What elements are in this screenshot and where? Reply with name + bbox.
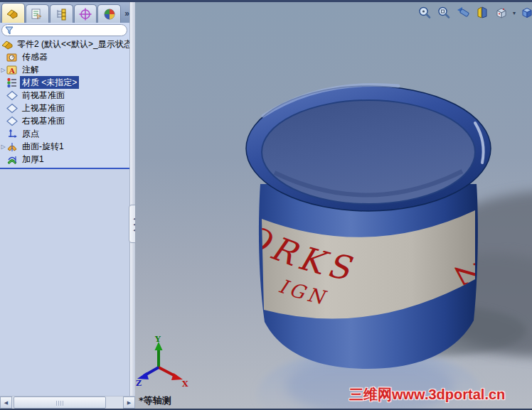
previous-view-icon bbox=[456, 6, 470, 20]
tree-item-sensors[interactable]: 传感器 bbox=[0, 50, 129, 63]
tree-item-right-plane[interactable]: 右视基准面 bbox=[0, 114, 129, 127]
tree-item-annotations[interactable]: ▷ A 注解 bbox=[0, 63, 129, 76]
tree-item-surface-revolve[interactable]: ▷ 曲面-旋转1 bbox=[0, 140, 129, 153]
tree-item-label: 加厚1 bbox=[20, 153, 46, 166]
scrollbar-thumb[interactable] bbox=[14, 396, 106, 409]
tree-root-label: 零件2 (默认<<默认>_显示状态 bbox=[15, 38, 129, 50]
section-view-icon bbox=[475, 6, 489, 20]
tab-dimxpertmanager[interactable] bbox=[74, 4, 97, 23]
zoom-to-fit-button[interactable] bbox=[417, 5, 432, 21]
zoom-to-area-icon bbox=[437, 6, 451, 20]
plane-icon bbox=[6, 116, 18, 126]
tree-item-label: 材质 <未指定> bbox=[20, 76, 79, 89]
dimxpertmanager-tab-icon bbox=[78, 8, 92, 21]
svg-text:A: A bbox=[9, 66, 15, 74]
tree-item-material[interactable]: 材质 <未指定> bbox=[0, 76, 129, 89]
right-arrow-icon: ▶ bbox=[127, 400, 131, 406]
tree-root-part[interactable]: 零件2 (默认<<默认>_显示状态 bbox=[0, 38, 129, 50]
heads-up-view-toolbar: ▾ ▾ bbox=[417, 5, 532, 21]
propertymanager-tab-icon bbox=[30, 8, 44, 21]
display-style-button[interactable] bbox=[519, 5, 532, 21]
tree-item-label: 传感器 bbox=[20, 50, 50, 63]
material-icon bbox=[6, 77, 18, 88]
tree-filter-input[interactable] bbox=[1, 24, 127, 36]
expand-arrow-icon[interactable]: ▷ bbox=[0, 144, 6, 150]
scrollbar-track[interactable] bbox=[106, 396, 123, 409]
tree-item-top-plane[interactable]: 上视基准面 bbox=[0, 102, 129, 114]
tree-item-label: 前视基准面 bbox=[20, 89, 67, 102]
panel-empty-area bbox=[0, 169, 129, 398]
tree-item-label: 注解 bbox=[20, 63, 41, 76]
manager-tab-bar: » bbox=[0, 2, 129, 23]
view-orientation-dropdown-caret[interactable]: ▾ bbox=[513, 10, 516, 16]
orientation-triad: Y X Z bbox=[136, 335, 188, 389]
zoom-to-area-button[interactable] bbox=[436, 5, 452, 21]
view-orientation-icon bbox=[494, 6, 509, 20]
part-icon bbox=[1, 39, 13, 50]
tab-displaymanager[interactable] bbox=[97, 4, 121, 23]
left-arrow-icon: ◀ bbox=[4, 400, 8, 406]
watermark-text: 三维网www.3dportal.cn bbox=[349, 385, 505, 404]
mug-opening bbox=[262, 100, 475, 204]
featuremanager-panel: » 零件2 (默认<<默认>_显示状态 bbox=[0, 2, 129, 409]
display-style-icon bbox=[520, 6, 532, 20]
tree-item-label: 原点 bbox=[20, 127, 41, 140]
thicken-icon bbox=[6, 154, 18, 165]
annotations-icon: A bbox=[6, 65, 18, 75]
tab-configurationmanager[interactable] bbox=[50, 4, 73, 23]
triad-x-label: X bbox=[182, 379, 188, 389]
more-tabs-chevron[interactable]: » bbox=[124, 9, 129, 18]
tree-item-front-plane[interactable]: 前视基准面 bbox=[0, 89, 129, 102]
view-orientation-button[interactable] bbox=[494, 5, 509, 21]
zoom-to-fit-icon bbox=[417, 6, 432, 20]
tree-item-label: 上视基准面 bbox=[20, 102, 67, 114]
solidworks-window: » 零件2 (默认<<默认>_显示状态 bbox=[0, 0, 532, 410]
view-orientation-label: *等轴测 bbox=[139, 394, 171, 407]
mug-3d-model[interactable]: ORKS IGN Z Y bbox=[135, 2, 532, 409]
surface-revolve-icon bbox=[6, 141, 18, 152]
tab-propertymanager[interactable] bbox=[26, 4, 49, 23]
tab-featuremanager[interactable] bbox=[1, 3, 25, 23]
expand-arrow-icon[interactable]: ▷ bbox=[0, 67, 6, 73]
scroll-right-button[interactable]: ▶ bbox=[123, 396, 135, 409]
displaymanager-tab-icon bbox=[102, 8, 117, 21]
origin-icon bbox=[6, 129, 18, 139]
scroll-left-button[interactable]: ◀ bbox=[0, 396, 12, 409]
plane-icon bbox=[6, 90, 18, 101]
graphics-viewport[interactable]: ORKS IGN Z Y bbox=[135, 2, 532, 409]
triad-z-label: Z bbox=[136, 379, 142, 388]
feature-tree: 零件2 (默认<<默认>_显示状态 传感器 ▷ A 注解 bbox=[0, 38, 129, 166]
tree-item-thicken[interactable]: 加厚1 bbox=[0, 153, 129, 166]
section-view-button[interactable] bbox=[474, 5, 490, 21]
tree-item-origin[interactable]: 原点 bbox=[0, 127, 129, 140]
featuremanager-tab-icon bbox=[6, 7, 20, 20]
previous-view-button[interactable] bbox=[455, 5, 471, 21]
filter-funnel-icon bbox=[5, 26, 14, 35]
triad-y-label: Y bbox=[154, 335, 161, 344]
sensors-icon bbox=[6, 52, 18, 63]
plane-icon bbox=[6, 103, 18, 114]
tree-horizontal-scrollbar[interactable]: ◀ ▶ bbox=[0, 396, 135, 409]
tree-item-label: 右视基准面 bbox=[20, 114, 67, 127]
configurationmanager-tab-icon bbox=[54, 8, 68, 21]
tree-item-label: 曲面-旋转1 bbox=[20, 140, 66, 153]
